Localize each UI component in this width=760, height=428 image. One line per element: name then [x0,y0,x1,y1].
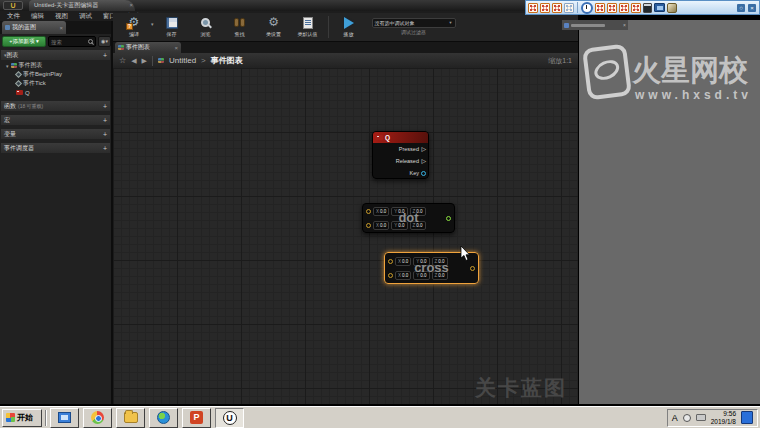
taskbar-clock[interactable]: 9:56 2019/1/8 [711,410,736,425]
vector-output-pin-icon[interactable] [470,266,475,271]
save-button[interactable]: 保存 [155,15,189,37]
projector-icon[interactable] [667,3,677,13]
input-method-indicator[interactable]: A [672,413,678,423]
tab-event-graph[interactable]: 事件图表 × [115,42,181,53]
explorer-taskbar-button[interactable] [116,408,145,428]
section-macros[interactable]: 宏 + [1,115,110,125]
draw-tool-icon-4[interactable] [595,3,605,13]
vector-x-field[interactable]: X0.0 [373,207,389,216]
visibility-filter-button[interactable]: ◉▾ [98,36,111,47]
tree-item-key-q[interactable]: Q [0,88,111,97]
section-variables[interactable]: 变量 + [1,129,110,139]
vector-input-pin-icon[interactable] [366,209,371,214]
search-box[interactable] [48,36,96,47]
vector-z-field[interactable]: Z0.0 [432,271,448,280]
draw-tool-icon-2[interactable] [540,3,550,13]
tray-blue-icon[interactable] [741,411,753,424]
vector-y-field[interactable]: Y0.0 [391,221,407,230]
window-tab-close-icon[interactable]: × [129,0,133,11]
draw-tool-icon-1[interactable] [528,3,538,13]
menu-view[interactable]: 视图 [55,12,68,21]
add-variable-icon[interactable]: + [103,131,107,138]
add-dispatcher-icon[interactable]: + [103,145,107,152]
add-macro-icon[interactable]: + [103,117,107,124]
node-dot-product[interactable]: X0.0 Y0.0 Z0.0 X0.0 Y0.0 Z0.0 dot [362,203,455,233]
minimize-icon[interactable]: ○ [737,4,745,12]
tab-my-blueprint[interactable]: 我的蓝图 × [2,21,66,34]
vector-y-field[interactable]: Y0.0 [413,271,429,280]
class-defaults-button[interactable]: 类默认值 [291,15,325,37]
clock-icon[interactable] [581,2,593,14]
vector-y-field[interactable]: Y0.0 [391,207,407,216]
menu-edit[interactable]: 编辑 [31,12,44,21]
tree-item-event-graph[interactable]: ▾ 事件图表 [0,61,111,70]
chrome-taskbar-button[interactable] [83,408,112,428]
vector-z-field[interactable]: Z0.0 [432,257,448,266]
key-struct-pin-icon[interactable] [421,171,426,176]
vector-x-field[interactable]: X0.0 [395,271,411,280]
show-desktop-button[interactable] [50,408,79,428]
exec-pin-icon[interactable]: ▷ [421,158,426,164]
start-button[interactable]: 开始 [2,409,42,427]
play-button[interactable]: 播放 [332,15,366,37]
debug-object-dropdown[interactable]: 没有选中调试对象 ▼ [372,18,456,28]
menu-debug[interactable]: 调试 [79,12,92,21]
monitor-icon[interactable] [654,3,665,12]
draw-tool-icon-3[interactable] [552,3,562,13]
draw-tool-icon-6[interactable] [619,3,629,13]
vector-input-pin-icon[interactable] [366,223,371,228]
breadcrumb-root[interactable]: Untitled [169,56,196,65]
compile-button[interactable]: ⚙? 编译 [117,15,151,37]
add-new-label: +添加新项 [9,38,34,44]
tray-keyboard-icon[interactable] [696,414,706,421]
mini-window-titlebar[interactable]: × [562,20,628,30]
window-title-tab[interactable]: Untitled-关卡蓝图编辑器 × [29,0,135,11]
event-graph-canvas[interactable]: Q Pressed ▷ Released ▷ Key [113,68,578,404]
section-event-dispatchers[interactable]: 事件调度器 + [1,143,110,153]
find-button[interactable]: 查找 [223,15,257,37]
vector-input-pin-icon[interactable] [388,273,393,278]
class-settings-button[interactable]: ⚙ 类设置 [257,15,291,37]
unreal-taskbar-button[interactable]: U [215,408,244,428]
section-graphs[interactable]: ▾ 图表 + [1,50,110,60]
node-q-header[interactable]: Q [373,132,428,143]
tab-close-icon[interactable]: × [174,45,178,51]
add-new-button[interactable]: +添加新项 ▾ [2,36,46,47]
nav-back-icon[interactable]: ◀ [131,57,136,65]
browser-taskbar-button[interactable] [149,408,178,428]
tree-item-event-beginplay[interactable]: 事件BeginPlay [0,70,111,79]
bookmark-star-icon[interactable]: ☆ [119,56,126,65]
node-input-key-q[interactable]: Q Pressed ▷ Released ▷ Key [372,131,429,179]
compile-options-chevron-icon[interactable]: ▾ [151,21,154,27]
window-titlebar[interactable]: U Untitled-关卡蓝图编辑器 × [0,0,578,11]
nav-forward-icon[interactable]: ▶ [142,57,147,65]
browse-button[interactable]: 浏览 [189,15,223,37]
exec-pin-icon[interactable]: ▷ [421,146,426,152]
caret-down-icon[interactable]: ▾ [6,63,9,69]
ink-pen-icon[interactable] [643,3,652,13]
tab-close-icon[interactable]: × [59,25,63,31]
windows-taskbar: 开始 P U A 9:56 2019/1/8 [0,406,760,428]
section-functions[interactable]: 函数 (18 可重载) + [1,101,110,111]
vector-x-field[interactable]: X0.0 [395,257,411,266]
menu-file[interactable]: 文件 [7,12,20,21]
vector-input-pin-icon[interactable] [388,259,393,264]
draw-tool-icon-7[interactable] [631,3,641,13]
vector-x-field[interactable]: X0.0 [373,221,389,230]
draw-tool-icon-5[interactable] [607,3,617,13]
vector-y-field[interactable]: Y0.0 [413,257,429,266]
add-function-icon[interactable]: + [103,103,107,110]
tree-item-event-tick[interactable]: 事件Tick [0,79,111,88]
float-output-pin-icon[interactable] [446,216,451,221]
close-icon[interactable]: × [623,22,626,28]
tray-circle-icon[interactable] [683,414,691,422]
close-icon[interactable]: × [748,4,756,12]
breadcrumb-current[interactable]: 事件图表 [211,55,243,66]
brand-watermark: 火星网校 [632,51,748,91]
vector-z-field[interactable]: Z0.0 [410,207,426,216]
vector-z-field[interactable]: Z0.0 [410,221,426,230]
powerpoint-taskbar-button[interactable]: P [182,408,211,428]
hxsd-logo-icon [582,44,632,101]
search-input[interactable] [51,39,81,45]
add-graph-icon[interactable]: + [103,52,107,59]
